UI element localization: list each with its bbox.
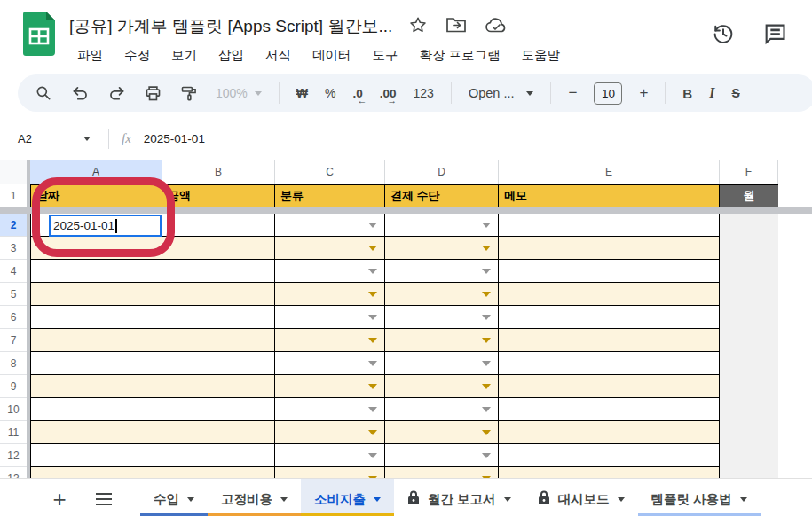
menu-item-file[interactable]: 파일 <box>69 44 111 66</box>
cell-C6[interactable] <box>275 306 385 329</box>
increase-decimal-button[interactable]: .00→ <box>380 87 397 100</box>
add-sheet-button[interactable]: + <box>46 479 73 516</box>
cell-C8[interactable] <box>275 352 385 375</box>
dropdown-arrow-icon[interactable] <box>368 315 377 320</box>
dropdown-arrow-icon[interactable] <box>368 407 377 412</box>
font-family-select[interactable]: Open ... <box>469 86 534 100</box>
cell-B3[interactable] <box>162 237 275 260</box>
column-header-A[interactable]: A <box>30 160 162 184</box>
row-header-1[interactable]: 1 <box>0 184 27 207</box>
cell-name-box[interactable]: A2 <box>0 132 99 145</box>
cell-E8[interactable] <box>499 352 720 375</box>
month-column-area[interactable] <box>720 214 778 478</box>
cell-D8[interactable] <box>385 352 499 375</box>
cell-E4[interactable] <box>499 260 720 283</box>
sheet-tab-monthly-report[interactable]: 월간 보고서 <box>394 479 524 516</box>
italic-button[interactable]: I <box>709 85 714 101</box>
column-header-B[interactable]: B <box>162 160 275 184</box>
redo-icon[interactable] <box>106 83 126 103</box>
cell-A8[interactable] <box>30 352 162 375</box>
row-header-7[interactable]: 7 <box>0 329 27 352</box>
currency-format-button[interactable]: ₩ <box>296 86 308 100</box>
table-header-cell-C[interactable]: 분류 <box>275 184 385 207</box>
document-title[interactable]: [공유] 가계부 템플릿 [Apps Script] 월간보... <box>69 15 392 38</box>
cell-A9[interactable] <box>30 375 162 398</box>
sheet-tab-template-guide[interactable]: 템플릿 사용법 <box>638 479 761 516</box>
frozen-row-divider[interactable] <box>0 207 812 214</box>
dropdown-arrow-icon[interactable] <box>482 476 491 479</box>
dropdown-arrow-icon[interactable] <box>482 269 491 274</box>
cell-A4[interactable] <box>30 260 162 283</box>
row-header-2[interactable]: 2 <box>0 214 27 237</box>
percent-format-button[interactable]: % <box>325 86 335 100</box>
cell-C9[interactable] <box>275 375 385 398</box>
cell-A5[interactable] <box>30 283 162 306</box>
formula-input[interactable]: 2025-01-01 <box>144 132 205 145</box>
menu-item-view[interactable]: 보기 <box>163 44 205 66</box>
cloud-saved-icon[interactable] <box>485 17 508 37</box>
dropdown-arrow-icon[interactable] <box>368 453 377 458</box>
cell-A3[interactable] <box>30 237 162 260</box>
chevron-down-icon[interactable] <box>280 497 288 502</box>
chevron-down-icon[interactable] <box>187 497 194 502</box>
dropdown-arrow-icon[interactable] <box>368 476 377 479</box>
dropdown-arrow-icon[interactable] <box>482 430 491 435</box>
chevron-down-icon[interactable] <box>618 497 625 502</box>
cell-C11[interactable] <box>275 421 385 444</box>
cell-D10[interactable] <box>385 398 499 421</box>
menu-item-edit[interactable]: 수정 <box>116 44 158 66</box>
sheet-tab-fixed-costs[interactable]: 고정비용 <box>208 479 301 516</box>
dropdown-arrow-icon[interactable] <box>482 246 491 251</box>
cell-B12[interactable] <box>162 444 275 467</box>
dropdown-arrow-icon[interactable] <box>482 384 491 389</box>
sheet-tab-dashboard[interactable]: 대시보드 <box>524 479 638 516</box>
grid-corner-cell[interactable] <box>0 160 27 184</box>
table-header-cell-E[interactable]: 메모 <box>499 184 720 207</box>
cell-A10[interactable] <box>30 398 162 421</box>
cell-C12[interactable] <box>275 444 385 467</box>
cell-C3[interactable] <box>275 237 385 260</box>
cell-C7[interactable] <box>275 329 385 352</box>
row-header-5[interactable]: 5 <box>0 283 27 306</box>
dropdown-arrow-icon[interactable] <box>482 223 491 228</box>
dropdown-arrow-icon[interactable] <box>368 223 377 228</box>
star-icon[interactable] <box>408 15 428 38</box>
dropdown-arrow-icon[interactable] <box>482 453 491 458</box>
sheet-tab-income[interactable]: 수입 <box>140 479 208 516</box>
cell-E2[interactable] <box>499 214 720 237</box>
cell-B4[interactable] <box>162 260 275 283</box>
cell-E9[interactable] <box>499 375 720 398</box>
cell-C4[interactable] <box>275 260 385 283</box>
font-size-input[interactable]: 10 <box>594 82 622 105</box>
increase-font-size-button[interactable]: + <box>639 84 648 102</box>
cell-D3[interactable] <box>385 237 499 260</box>
cell-A11[interactable] <box>30 421 162 444</box>
column-header-F[interactable]: F <box>720 160 778 184</box>
cell-E6[interactable] <box>499 306 720 329</box>
cell-E10[interactable] <box>499 398 720 421</box>
row-header-8[interactable]: 8 <box>0 352 27 375</box>
menu-item-format[interactable]: 서식 <box>257 44 299 66</box>
dropdown-arrow-icon[interactable] <box>482 292 491 297</box>
cell-B10[interactable] <box>162 398 275 421</box>
dropdown-arrow-icon[interactable] <box>368 269 377 274</box>
table-header-cell-B[interactable]: 금액 <box>162 184 275 207</box>
sheet-tab-spending[interactable]: 소비지출 <box>301 479 394 516</box>
cell-A7[interactable] <box>30 329 162 352</box>
cell-E12[interactable] <box>499 444 720 467</box>
cell-A12[interactable] <box>30 444 162 467</box>
column-header-C[interactable]: C <box>275 160 385 184</box>
version-history-icon[interactable] <box>711 21 736 50</box>
chevron-down-icon[interactable] <box>504 497 511 502</box>
decrease-font-size-button[interactable]: − <box>568 84 577 102</box>
cell-E3[interactable] <box>499 237 720 260</box>
dropdown-arrow-icon[interactable] <box>482 407 491 412</box>
cell-B5[interactable] <box>162 283 275 306</box>
cell-B9[interactable] <box>162 375 275 398</box>
menu-item-extensions[interactable]: 확장 프로그램 <box>412 44 508 66</box>
dropdown-arrow-icon[interactable] <box>368 384 377 389</box>
row-header-10[interactable]: 10 <box>0 398 27 421</box>
cell-D12[interactable] <box>385 444 499 467</box>
cell-D9[interactable] <box>385 375 499 398</box>
dropdown-arrow-icon[interactable] <box>368 292 377 297</box>
